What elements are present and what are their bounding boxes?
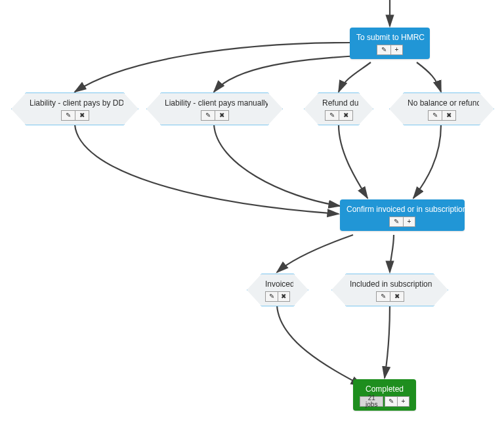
delete-icon[interactable]: ✖: [339, 110, 353, 121]
node-actions: ✎ ✖: [350, 291, 430, 302]
edit-icon[interactable]: ✎: [377, 45, 391, 55]
node-refund-due[interactable]: Refund due ✎ ✖: [318, 93, 360, 125]
edit-icon[interactable]: ✎: [61, 110, 75, 121]
node-label: Included in subscription: [350, 279, 430, 289]
edit-icon[interactable]: ✎: [385, 396, 398, 407]
node-liability-manual[interactable]: Liability - client pays manually ✎ ✖: [160, 93, 269, 125]
node-actions: ✎ ✖: [30, 110, 120, 121]
node-label: No balance or refund: [408, 98, 476, 108]
node-completed[interactable]: Completed 21 jobs ✎ +: [353, 379, 416, 411]
delete-icon[interactable]: ✖: [390, 291, 404, 302]
edit-icon[interactable]: ✎: [389, 216, 404, 227]
node-actions: ✎ +: [346, 216, 458, 227]
node-label: Completed: [360, 384, 410, 394]
delete-icon[interactable]: ✖: [442, 110, 456, 121]
node-submit-to-hmrc[interactable]: To submit to HMRC ✎ +: [350, 28, 430, 59]
add-icon[interactable]: +: [404, 216, 416, 227]
node-liability-dd[interactable]: Liability - client pays by DD ✎ ✖: [25, 93, 125, 125]
node-label: Refund due: [322, 98, 355, 108]
jobs-badge: 21 jobs: [360, 396, 383, 407]
node-label: To submit to HMRC: [356, 33, 423, 42]
edit-icon[interactable]: ✎: [265, 291, 278, 302]
node-no-balance[interactable]: No balance or refund ✎ ✖: [403, 93, 480, 125]
node-actions: ✎ ✖: [408, 110, 476, 121]
add-icon[interactable]: +: [398, 396, 410, 407]
node-label: Liability - client pays by DD: [30, 98, 120, 108]
node-invoiced[interactable]: Invoiced ✎ ✖: [261, 274, 295, 306]
edit-icon[interactable]: ✎: [201, 110, 215, 121]
node-label: Confirm invoiced or in subscription: [346, 205, 458, 214]
add-icon[interactable]: +: [391, 45, 404, 55]
node-actions: ✎ +: [356, 45, 423, 55]
edit-icon[interactable]: ✎: [428, 110, 442, 121]
node-actions: ✎ ✖: [322, 110, 355, 121]
edit-icon[interactable]: ✎: [376, 291, 390, 302]
node-actions: ✎ ✖: [265, 291, 290, 302]
node-included-subscription[interactable]: Included in subscription ✎ ✖: [345, 274, 434, 306]
node-confirm-invoiced[interactable]: Confirm invoiced or in subscription ✎ +: [340, 199, 465, 231]
node-label: Invoiced: [265, 279, 290, 289]
edit-icon[interactable]: ✎: [325, 110, 339, 121]
node-label: Liability - client pays manually: [165, 98, 264, 108]
delete-icon[interactable]: ✖: [278, 291, 291, 302]
node-actions: 21 jobs ✎ +: [360, 396, 410, 407]
node-actions: ✎ ✖: [165, 110, 264, 121]
delete-icon[interactable]: ✖: [75, 110, 89, 121]
delete-icon[interactable]: ✖: [215, 110, 229, 121]
